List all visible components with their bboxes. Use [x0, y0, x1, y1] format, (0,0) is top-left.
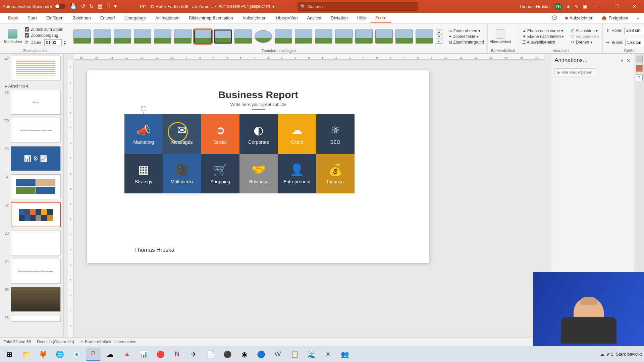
tab-bildschirm[interactable]: Bildschirmpräsentation: [184, 13, 238, 23]
slide-editor[interactable]: 1615141312111098765432101234567891011121…: [64, 54, 551, 352]
zurueck-zum-zoom-checkbox[interactable]: Zurück zum Zoom: [25, 27, 66, 32]
pen-icon[interactable]: ✎: [575, 4, 578, 9]
zoomhintergrund-button[interactable]: ▨ Zoomhintergrund: [448, 40, 484, 45]
app-icon-5[interactable]: ◉: [237, 348, 252, 361]
collapse-ribbon-icon[interactable]: ⌄: [632, 13, 644, 23]
zoomuebergang-checkbox[interactable]: Zoomübergang: [25, 33, 66, 38]
slide-thumb-35[interactable]: [11, 287, 61, 312]
edge-icon[interactable]: 🌊: [304, 348, 319, 361]
close-button[interactable]: ✕: [628, 4, 641, 9]
tile-seo[interactable]: ⚛SEO: [316, 114, 355, 154]
tile-cloud[interactable]: ☁Cloud: [278, 114, 316, 154]
zoom-style-6[interactable]: [174, 29, 192, 44]
tab-datei[interactable]: Datei: [3, 13, 23, 23]
dauer-spinner[interactable]: ▲▼: [63, 40, 66, 45]
zoom-style-10[interactable]: [255, 30, 272, 43]
tile-corporate[interactable]: ◐Corporate: [239, 114, 278, 154]
excel-icon[interactable]: X: [321, 348, 335, 361]
presentation-icon[interactable]: ▤: [98, 4, 103, 9]
zoomrahmen-button[interactable]: ▭ Zoomrahmen ▾: [448, 28, 484, 33]
tab-hilfe[interactable]: Hilfe: [353, 13, 371, 23]
undo-icon[interactable]: ↺: [81, 4, 85, 9]
tab-entwurf[interactable]: Entwurf: [96, 13, 120, 23]
zoom-style-15[interactable]: [355, 29, 373, 44]
zoom-style-5[interactable]: [154, 29, 171, 44]
zoom-style-1[interactable]: [73, 29, 91, 44]
start-button[interactable]: ⊞: [2, 348, 17, 361]
app-icon-2[interactable]: 📊: [136, 348, 151, 361]
slide-subtitle[interactable]: Write here your great subtitle: [87, 102, 429, 110]
slide-thumb-32[interactable]: [11, 202, 61, 227]
teams-icon[interactable]: 👥: [337, 348, 352, 361]
chrome-icon[interactable]: 🌐: [52, 348, 67, 361]
gallery-down-icon[interactable]: ▼: [436, 34, 442, 39]
tab-zoom[interactable]: Zoom: [371, 13, 391, 23]
ausrichten-button[interactable]: ⊞ Ausrichten ▾: [571, 28, 599, 33]
zoom-style-11[interactable]: [275, 29, 292, 44]
tab-ansicht[interactable]: Ansicht: [302, 13, 326, 23]
slide-canvas[interactable]: Business Report Write here your great su…: [87, 70, 429, 263]
zoom-style-gallery[interactable]: ▲ ▼ ▾: [73, 29, 442, 44]
app-icon-4[interactable]: 📄: [203, 348, 218, 361]
zoom-style-9[interactable]: [234, 29, 252, 44]
zoom-style-7[interactable]: [194, 29, 212, 44]
window-icon[interactable]: ▣: [583, 4, 587, 9]
zoom-style-3[interactable]: [114, 29, 131, 44]
drehen-button[interactable]: ⟳ Drehen ▾: [571, 40, 599, 45]
tile-social[interactable]: ➲Social: [201, 114, 239, 154]
slide-thumb-30[interactable]: 📊 ⚙ 📈: [11, 146, 61, 171]
firefox-icon[interactable]: 🦊: [36, 348, 50, 361]
ebene-hinten-button[interactable]: ▼ Ebene nach hinten ▾: [522, 34, 564, 39]
search-input[interactable]: [308, 4, 415, 9]
tile-strategy[interactable]: ▦Strategy: [124, 154, 163, 193]
qat-more-icon[interactable]: ▾: [114, 4, 117, 9]
tile-business[interactable]: 🤝Business: [239, 154, 278, 193]
slide-thumb-34[interactable]: Dashboard Aufstiegshaus Businessplan: [11, 259, 61, 284]
weather-widget[interactable]: ☁ 9°C Stark bewölkt: [600, 352, 642, 357]
tab-animationen[interactable]: Animationen: [151, 13, 184, 23]
slide-thumb-29[interactable]: Dashboard basierende Präsentation: [11, 118, 61, 143]
slide-thumb-33[interactable]: [11, 231, 61, 255]
slide-thumb-28[interactable]: Ende: [11, 90, 61, 115]
slide-thumbnails-panel[interactable]: 27 ▸ Abschnitt 4 28 Ende 29 Dashboard ba…: [0, 54, 64, 352]
autosave-toggle[interactable]: [55, 4, 65, 9]
aufzeichnen-button[interactable]: Aufzeichnen: [561, 13, 598, 23]
bild-aendern-button[interactable]: Bild ändern: [3, 29, 22, 44]
app-icon-7[interactable]: 📋: [287, 348, 302, 361]
tile-multimedia[interactable]: 🎥Multimedia: [163, 154, 201, 193]
width-input[interactable]: [625, 39, 644, 46]
tab-zeichnen[interactable]: Zeichnen: [68, 13, 95, 23]
outlook-icon[interactable]: 📧: [69, 348, 84, 361]
ebene-vorne-button[interactable]: ▲ Ebene nach vorne ▾: [522, 28, 564, 33]
slide-title[interactable]: Business Report: [87, 89, 429, 101]
zoom-style-14[interactable]: [335, 29, 353, 44]
alternativtext-button[interactable]: Alternativtext: [491, 29, 510, 44]
app-icon-1[interactable]: ☁: [103, 348, 117, 361]
help-icon[interactable]: ?: [636, 74, 643, 81]
gruppieren-button[interactable]: ⊡ Gruppieren ▾: [571, 34, 599, 39]
tile-shopping[interactable]: 🛒Shopping: [201, 154, 239, 193]
tile-marketing[interactable]: 📣Marketing: [124, 114, 163, 154]
onenote-icon[interactable]: N: [170, 348, 184, 361]
zoom-style-2[interactable]: [94, 29, 111, 44]
slide-thumb-36[interactable]: [11, 315, 61, 322]
slide-thumb-27[interactable]: [11, 56, 61, 80]
telegram-icon[interactable]: ✈: [186, 348, 201, 361]
app-icon-6[interactable]: 🔵: [254, 348, 268, 361]
tile-entrepreneur[interactable]: 👤Entrepreneur: [278, 154, 316, 193]
status-language[interactable]: Deutsch (Österreich): [37, 340, 74, 344]
slide-author[interactable]: Thomas Hruska: [134, 247, 174, 253]
zoom-style-18[interactable]: [416, 29, 433, 44]
pane-dropdown-icon[interactable]: ▾: [621, 58, 623, 63]
pane-close-icon[interactable]: ✕: [627, 58, 631, 63]
strip-btn-1[interactable]: [636, 56, 643, 62]
selected-object[interactable]: 📣Marketing✉Messages➲Social◐Corporate☁Clo…: [124, 114, 366, 194]
tab-dictation[interactable]: Dictation: [326, 13, 353, 23]
gallery-up-icon[interactable]: ▲: [436, 29, 442, 34]
freigeben-button[interactable]: 📤 Freigeben: [597, 13, 632, 23]
diamond-icon[interactable]: ◈: [567, 4, 570, 9]
zoom-style-12[interactable]: [295, 29, 312, 44]
user-avatar[interactable]: TH: [554, 3, 562, 10]
minimize-button[interactable]: —: [592, 4, 605, 9]
save-icon[interactable]: 💾: [70, 4, 77, 9]
